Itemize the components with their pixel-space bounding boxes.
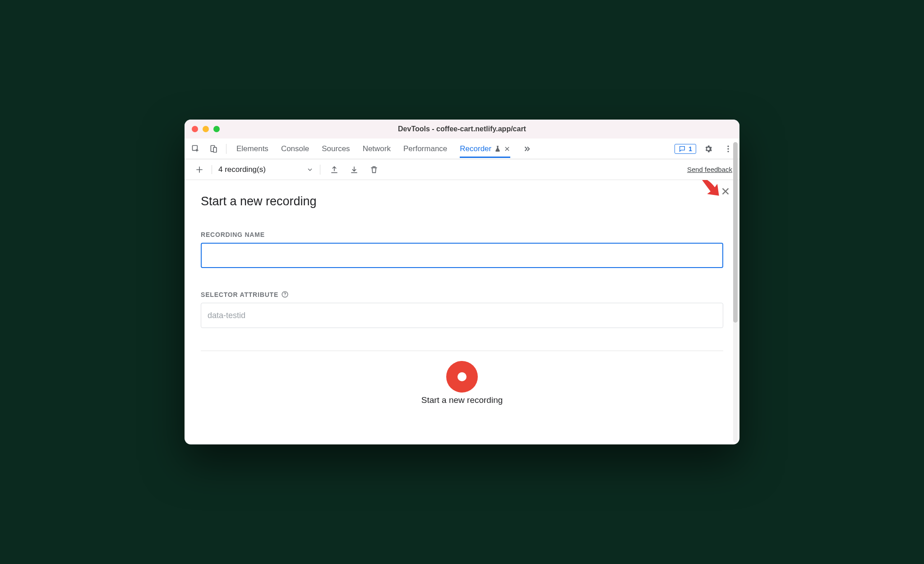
- delete-icon[interactable]: [366, 162, 382, 177]
- svg-point-3: [727, 145, 729, 147]
- separator: [320, 165, 320, 175]
- recorder-panel: Start a new recording RECORDING NAME SEL…: [185, 180, 739, 444]
- more-tabs-icon[interactable]: [523, 145, 531, 153]
- page-title: Start a new recording: [201, 194, 723, 208]
- selector-attribute-label: SELECTOR ATTRIBUTE: [201, 291, 723, 298]
- experiment-icon: [494, 145, 501, 153]
- panel-tabs: Elements Console Sources Network Perform…: [231, 140, 672, 158]
- tabs-right-actions: 1: [675, 141, 736, 157]
- device-toolbar-icon[interactable]: [206, 141, 222, 157]
- close-panel-icon[interactable]: [721, 186, 730, 198]
- svg-point-7: [285, 296, 285, 296]
- devtools-window: DevTools - coffee-cart.netlify.app/cart …: [185, 120, 739, 444]
- titlebar: DevTools - coffee-cart.netlify.app/cart: [185, 120, 739, 139]
- separator: [226, 144, 226, 154]
- scrollbar-thumb[interactable]: [733, 142, 738, 323]
- tab-console[interactable]: Console: [281, 140, 309, 158]
- selector-attribute-input[interactable]: [201, 303, 723, 328]
- start-recording-button[interactable]: [446, 361, 478, 393]
- svg-point-5: [727, 151, 729, 152]
- tab-close-icon[interactable]: [504, 146, 510, 152]
- start-recording-label: Start a new recording: [201, 395, 723, 405]
- send-feedback-link[interactable]: Send feedback: [687, 166, 732, 173]
- issues-count: 1: [688, 145, 692, 153]
- recordings-dropdown-label: 4 recording(s): [218, 165, 266, 174]
- inspect-element-icon[interactable]: [188, 141, 203, 157]
- tab-performance[interactable]: Performance: [403, 140, 447, 158]
- settings-icon[interactable]: [701, 141, 716, 157]
- annotation-arrow-icon: [696, 180, 723, 202]
- export-icon[interactable]: [327, 162, 342, 177]
- recording-name-input[interactable]: [201, 243, 723, 268]
- tab-recorder[interactable]: Recorder: [460, 140, 510, 158]
- help-icon[interactable]: [281, 291, 289, 298]
- issues-badge[interactable]: 1: [675, 144, 696, 154]
- record-action-area: Start a new recording: [201, 351, 723, 405]
- svg-rect-2: [213, 147, 217, 152]
- panel-tabs-bar: Elements Console Sources Network Perform…: [185, 139, 739, 159]
- window-title: DevTools - coffee-cart.netlify.app/cart: [185, 125, 739, 133]
- import-icon[interactable]: [346, 162, 362, 177]
- scrollbar[interactable]: [733, 142, 738, 443]
- tab-network[interactable]: Network: [363, 140, 391, 158]
- record-icon: [457, 372, 467, 381]
- recording-name-label: RECORDING NAME: [201, 231, 723, 238]
- tab-elements[interactable]: Elements: [236, 140, 268, 158]
- recorder-toolbar: 4 recording(s) Send feedback: [185, 159, 739, 180]
- recordings-dropdown[interactable]: 4 recording(s): [212, 165, 314, 174]
- tab-sources[interactable]: Sources: [322, 140, 350, 158]
- svg-point-4: [727, 148, 729, 149]
- chevron-down-icon: [306, 166, 314, 173]
- new-recording-icon[interactable]: [192, 162, 207, 177]
